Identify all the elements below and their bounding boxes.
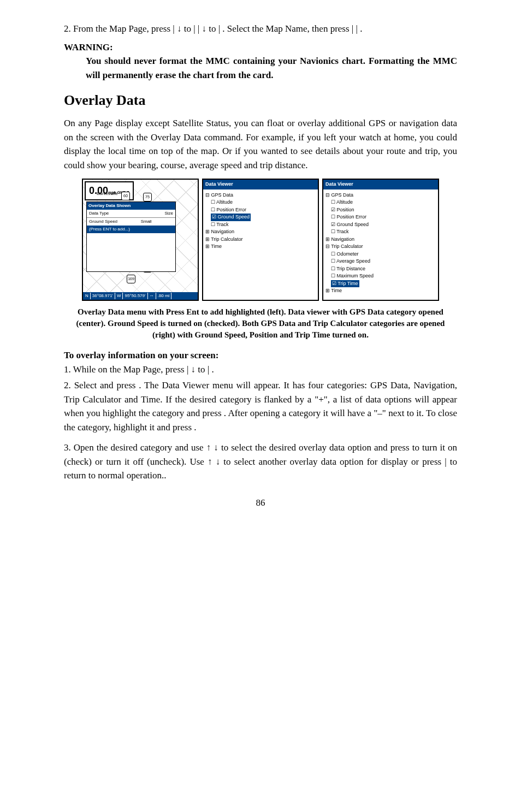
screenshot-data-viewer-1: Data Viewer ⊟ GPS Data ☐ Altitude ☐ Posi… <box>202 179 319 301</box>
tree-node: ☐ Track <box>205 221 316 229</box>
tree-node: ⊞ Trip Calculator <box>205 236 316 244</box>
row-size: Small <box>141 219 152 224</box>
dv-title: Data Viewer <box>323 180 438 189</box>
tree-view: ⊟ GPS Data ☐ Altitude ☐ Position Error ☑… <box>203 189 318 253</box>
status-lat: 36°08.971' <box>91 293 115 299</box>
warning-label: WARNING: <box>64 40 457 55</box>
overlay-header: Data Type Size <box>87 210 175 218</box>
tree-node: ☐ Maximum Speed <box>325 272 436 280</box>
status-n: N <box>84 293 91 299</box>
intro-paragraph: On any Page display except Satellite Sta… <box>64 116 457 172</box>
tree-node: ☐ Odometer <box>325 251 436 258</box>
screenshot-data-viewer-2: Data Viewer ⊟ GPS Data ☐ Altitude ☑ Posi… <box>322 179 439 301</box>
tree-node: ☐ Trip Distance <box>325 265 436 273</box>
overlay-row: Ground Speed Small <box>87 218 175 226</box>
tree-node: ⊞ Time <box>205 243 316 251</box>
procedure-step-1: 1. While on the Map Page, press | ↓ to |… <box>64 363 457 377</box>
dv-title: Data Viewer <box>203 180 318 189</box>
press-ent-add: (Press ENT to add...) <box>87 226 175 233</box>
tree-node: ☑ Position <box>325 206 436 214</box>
overlay-data-box: Overlay Data Shown Data Type Size Ground… <box>86 201 176 272</box>
procedure-step-3: 3. Open the desired category and use ↑ ↓… <box>64 441 457 483</box>
town-label: Bartlesville <box>97 191 118 197</box>
tree-node: ⊞ Time <box>325 287 436 295</box>
status-lon: 95°50.579' <box>123 293 147 299</box>
road-sign-icon: 60 <box>121 192 130 200</box>
figure-caption: Overlay Data menu with Press Ent to add … <box>75 306 446 341</box>
overlay-title: Overlay Data Shown <box>87 202 175 210</box>
procedure-heading: To overlay information on your screen: <box>64 348 457 363</box>
tree-node: ☐ Position Error <box>205 206 316 214</box>
tree-node: ⊞ Navigation <box>205 228 316 236</box>
tree-node: ⊟ Trip Calculator <box>325 243 436 251</box>
status-w: W <box>115 293 123 299</box>
col-data-type: Data Type <box>87 210 162 217</box>
tree-node: ⊞ Navigation <box>325 236 436 244</box>
tree-node: ☐ Average Speed <box>325 258 436 265</box>
tree-node: ☐ Track <box>325 228 436 236</box>
tree-node: ☐ Altitude <box>325 199 436 206</box>
status-dist: .80 mi <box>156 293 172 299</box>
procedure-step-2: 2. Select and press . The Data Viewer me… <box>64 378 457 434</box>
road-sign-icon: 75 <box>143 193 152 201</box>
tree-node: ☐ Position Error <box>325 214 436 221</box>
step-2-text: 2. From the Map Page, press | ↓ to | | ↓… <box>64 22 457 36</box>
section-heading: Overlay Data <box>64 90 457 111</box>
tree-node: ☑ Trip Time <box>325 280 436 288</box>
page-number: 86 <box>64 496 457 510</box>
warning-text: You should never format the MMC containi… <box>86 54 457 82</box>
row-type: Ground Speed <box>89 218 139 225</box>
tree-view: ⊟ GPS Data ☐ Altitude ☑ Position ☐ Posit… <box>323 189 438 297</box>
tree-node: ☑ Ground Speed <box>325 221 436 229</box>
screenshot-map-overlay: 0.00mph GND.S 60 75 169 60 Bartlesville … <box>82 179 199 301</box>
tree-node: ⊟ GPS Data <box>325 192 436 199</box>
tree-node: ☐ Altitude <box>205 199 316 206</box>
tree-node: ☑ Ground Speed <box>205 214 316 221</box>
figure-row: 0.00mph GND.S 60 75 169 60 Bartlesville … <box>64 179 457 301</box>
road-sign-icon: 169 <box>127 275 135 283</box>
status-bar: N 36°08.971' W 95°50.579' ↔ .80 mi <box>83 292 198 300</box>
col-size: Size <box>162 210 175 217</box>
status-arrows-icon: ↔ <box>148 293 156 299</box>
tree-node: ⊟ GPS Data <box>205 192 316 199</box>
